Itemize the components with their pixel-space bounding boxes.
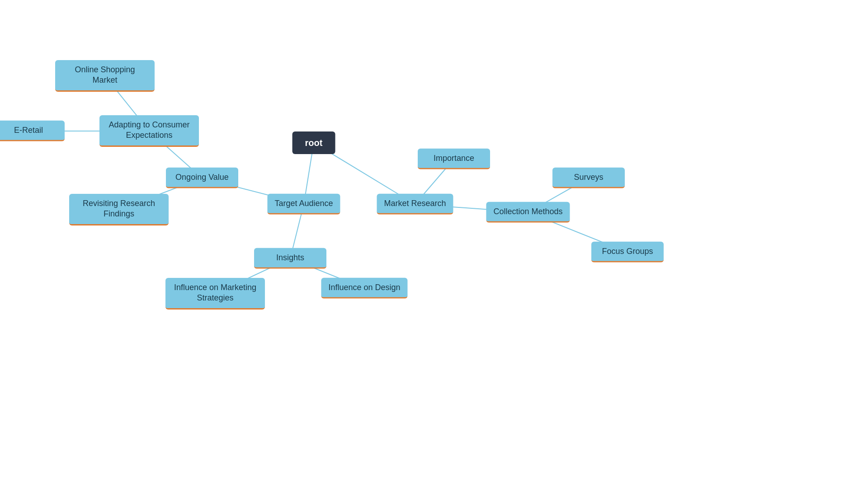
node-root[interactable]: root: [292, 131, 335, 154]
node-influence_marketing[interactable]: Influence on Marketing Strategies: [165, 278, 265, 310]
node-insights[interactable]: Insights: [254, 248, 326, 269]
mindmap-container: rootTarget AudienceMarket ResearchInsigh…: [0, 0, 868, 488]
node-market_research[interactable]: Market Research: [377, 194, 453, 215]
node-influence_design[interactable]: Influence on Design: [321, 278, 407, 299]
node-collection_methods[interactable]: Collection Methods: [486, 202, 570, 223]
node-importance[interactable]: Importance: [418, 149, 490, 169]
node-adapting[interactable]: Adapting to Consumer Expectations: [99, 115, 199, 147]
node-ongoing_value[interactable]: Ongoing Value: [166, 168, 238, 188]
node-target_audience[interactable]: Target Audience: [267, 194, 340, 215]
node-e_retail[interactable]: E-Retail: [0, 121, 65, 141]
node-focus_groups[interactable]: Focus Groups: [591, 242, 664, 263]
node-revisiting[interactable]: Revisiting Research Findings: [69, 194, 169, 225]
node-surveys[interactable]: Surveys: [552, 168, 625, 188]
node-online_shopping[interactable]: Online Shopping Market: [55, 60, 155, 92]
